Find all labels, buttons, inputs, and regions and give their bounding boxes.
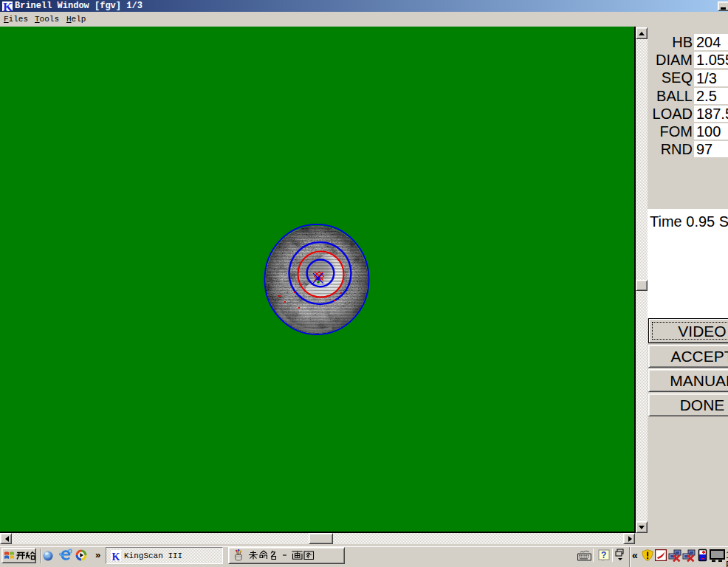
svg-text:?: ? <box>601 550 606 560</box>
